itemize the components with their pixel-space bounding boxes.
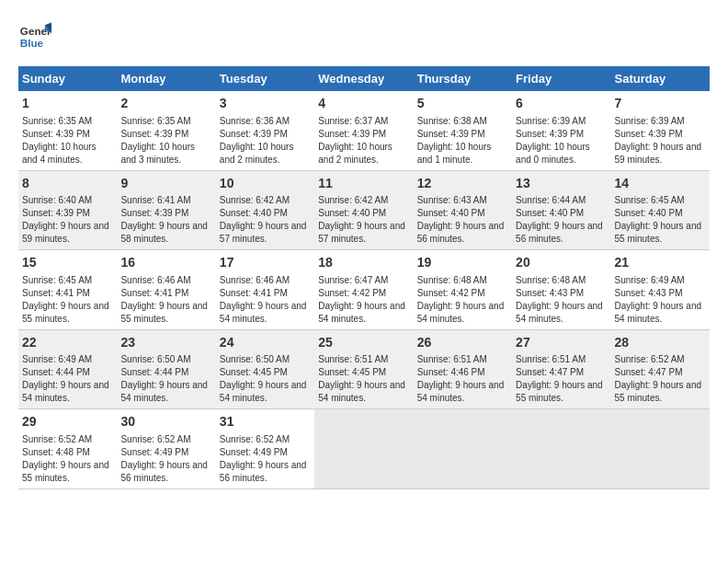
day-cell: 19Sunrise: 6:48 AMSunset: 4:42 PMDayligh… bbox=[414, 250, 512, 330]
day-cell: 9Sunrise: 6:41 AMSunset: 4:39 PMDaylight… bbox=[117, 170, 215, 250]
day-cell: 21Sunrise: 6:49 AMSunset: 4:43 PMDayligh… bbox=[611, 250, 710, 330]
day-info: Sunrise: 6:38 AMSunset: 4:39 PMDaylight:… bbox=[417, 115, 508, 167]
sunrise: Sunrise: 6:41 AM bbox=[120, 194, 211, 207]
day-info: Sunrise: 6:42 AMSunset: 4:40 PMDaylight:… bbox=[318, 194, 409, 246]
sunset: Sunset: 4:40 PM bbox=[615, 207, 706, 220]
sunrise: Sunrise: 6:46 AM bbox=[220, 274, 311, 287]
daylight: Daylight: 9 hours and 55 minutes. bbox=[22, 459, 113, 485]
sunset: Sunset: 4:40 PM bbox=[318, 207, 409, 220]
day-number: 18 bbox=[318, 254, 409, 272]
daylight: Daylight: 9 hours and 55 minutes. bbox=[22, 300, 113, 326]
logo: General Blue bbox=[18, 18, 51, 52]
daylight: Daylight: 10 hours and 4 minutes. bbox=[22, 141, 113, 167]
sunset: Sunset: 4:45 PM bbox=[220, 366, 311, 379]
sunrise: Sunrise: 6:36 AM bbox=[220, 115, 311, 128]
day-info: Sunrise: 6:45 AMSunset: 4:40 PMDaylight:… bbox=[615, 194, 706, 246]
sunset: Sunset: 4:40 PM bbox=[516, 207, 607, 220]
day-info: Sunrise: 6:37 AMSunset: 4:39 PMDaylight:… bbox=[318, 115, 409, 167]
day-number: 29 bbox=[22, 413, 113, 431]
day-cell: 14Sunrise: 6:45 AMSunset: 4:40 PMDayligh… bbox=[611, 170, 710, 250]
sunrise: Sunrise: 6:42 AM bbox=[318, 194, 409, 207]
week-row-5: 29Sunrise: 6:52 AMSunset: 4:48 PMDayligh… bbox=[18, 409, 710, 489]
sunrise: Sunrise: 6:44 AM bbox=[516, 194, 607, 207]
day-info: Sunrise: 6:50 AMSunset: 4:44 PMDaylight:… bbox=[120, 353, 211, 405]
day-number: 15 bbox=[22, 254, 113, 272]
daylight: Daylight: 9 hours and 56 minutes. bbox=[120, 459, 211, 485]
day-info: Sunrise: 6:52 AMSunset: 4:48 PMDaylight:… bbox=[22, 433, 113, 485]
sunset: Sunset: 4:42 PM bbox=[417, 287, 508, 300]
day-info: Sunrise: 6:39 AMSunset: 4:39 PMDaylight:… bbox=[516, 115, 607, 167]
daylight: Daylight: 9 hours and 58 minutes. bbox=[120, 220, 211, 246]
day-info: Sunrise: 6:35 AMSunset: 4:39 PMDaylight:… bbox=[120, 115, 211, 167]
header: General Blue bbox=[18, 18, 710, 52]
day-info: Sunrise: 6:46 AMSunset: 4:41 PMDaylight:… bbox=[220, 274, 311, 326]
day-info: Sunrise: 6:51 AMSunset: 4:45 PMDaylight:… bbox=[318, 353, 409, 405]
header-sunday: Sunday bbox=[18, 66, 117, 91]
day-info: Sunrise: 6:40 AMSunset: 4:39 PMDaylight:… bbox=[22, 194, 113, 246]
sunrise: Sunrise: 6:51 AM bbox=[318, 353, 409, 366]
day-cell bbox=[611, 409, 710, 489]
daylight: Daylight: 9 hours and 54 minutes. bbox=[120, 379, 211, 405]
sunset: Sunset: 4:49 PM bbox=[120, 446, 211, 459]
sunset: Sunset: 4:47 PM bbox=[516, 366, 607, 379]
day-cell: 12Sunrise: 6:43 AMSunset: 4:40 PMDayligh… bbox=[414, 170, 512, 250]
sunrise: Sunrise: 6:52 AM bbox=[22, 433, 113, 446]
daylight: Daylight: 9 hours and 54 minutes. bbox=[318, 379, 409, 405]
week-row-2: 8Sunrise: 6:40 AMSunset: 4:39 PMDaylight… bbox=[18, 170, 710, 250]
sunset: Sunset: 4:45 PM bbox=[318, 366, 409, 379]
day-info: Sunrise: 6:46 AMSunset: 4:41 PMDaylight:… bbox=[120, 274, 211, 326]
day-number: 11 bbox=[318, 175, 409, 193]
sunrise: Sunrise: 6:45 AM bbox=[22, 274, 113, 287]
daylight: Daylight: 9 hours and 56 minutes. bbox=[417, 220, 508, 246]
sunrise: Sunrise: 6:45 AM bbox=[615, 194, 706, 207]
sunrise: Sunrise: 6:50 AM bbox=[120, 353, 211, 366]
day-number: 1 bbox=[22, 95, 113, 113]
day-number: 19 bbox=[417, 254, 508, 272]
calendar-table: SundayMondayTuesdayWednesdayThursdayFrid… bbox=[18, 66, 710, 489]
day-cell: 25Sunrise: 6:51 AMSunset: 4:45 PMDayligh… bbox=[314, 329, 413, 409]
day-number: 8 bbox=[22, 175, 113, 193]
week-row-3: 15Sunrise: 6:45 AMSunset: 4:41 PMDayligh… bbox=[18, 250, 710, 330]
day-number: 17 bbox=[220, 254, 311, 272]
daylight: Daylight: 9 hours and 59 minutes. bbox=[615, 141, 706, 167]
svg-text:Blue: Blue bbox=[20, 37, 44, 49]
sunrise: Sunrise: 6:52 AM bbox=[220, 433, 311, 446]
daylight: Daylight: 9 hours and 56 minutes. bbox=[516, 220, 607, 246]
sunset: Sunset: 4:47 PM bbox=[615, 366, 706, 379]
daylight: Daylight: 10 hours and 2 minutes. bbox=[220, 141, 311, 167]
day-number: 27 bbox=[516, 334, 607, 352]
logo-icon: General Blue bbox=[18, 18, 51, 52]
day-number: 14 bbox=[615, 175, 706, 193]
day-number: 16 bbox=[120, 254, 211, 272]
sunrise: Sunrise: 6:51 AM bbox=[417, 353, 508, 366]
day-cell: 10Sunrise: 6:42 AMSunset: 4:40 PMDayligh… bbox=[216, 170, 314, 250]
sunrise: Sunrise: 6:40 AM bbox=[22, 194, 113, 207]
daylight: Daylight: 9 hours and 54 minutes. bbox=[220, 300, 311, 326]
header-wednesday: Wednesday bbox=[314, 66, 413, 91]
sunset: Sunset: 4:39 PM bbox=[417, 128, 508, 141]
day-cell: 26Sunrise: 6:51 AMSunset: 4:46 PMDayligh… bbox=[414, 329, 512, 409]
day-info: Sunrise: 6:50 AMSunset: 4:45 PMDaylight:… bbox=[220, 353, 311, 405]
sunset: Sunset: 4:43 PM bbox=[615, 287, 706, 300]
sunrise: Sunrise: 6:35 AM bbox=[120, 115, 211, 128]
day-cell: 5Sunrise: 6:38 AMSunset: 4:39 PMDaylight… bbox=[414, 91, 512, 170]
sunrise: Sunrise: 6:52 AM bbox=[615, 353, 706, 366]
day-info: Sunrise: 6:39 AMSunset: 4:39 PMDaylight:… bbox=[615, 115, 706, 167]
day-cell: 11Sunrise: 6:42 AMSunset: 4:40 PMDayligh… bbox=[314, 170, 413, 250]
sunset: Sunset: 4:44 PM bbox=[22, 366, 113, 379]
day-number: 7 bbox=[615, 95, 706, 113]
day-info: Sunrise: 6:51 AMSunset: 4:46 PMDaylight:… bbox=[417, 353, 508, 405]
day-cell bbox=[512, 409, 610, 489]
daylight: Daylight: 10 hours and 0 minutes. bbox=[516, 141, 607, 167]
sunset: Sunset: 4:41 PM bbox=[120, 287, 211, 300]
sunset: Sunset: 4:39 PM bbox=[120, 128, 211, 141]
sunset: Sunset: 4:39 PM bbox=[318, 128, 409, 141]
header-monday: Monday bbox=[117, 66, 215, 91]
day-number: 22 bbox=[22, 334, 113, 352]
header-thursday: Thursday bbox=[414, 66, 512, 91]
day-cell: 24Sunrise: 6:50 AMSunset: 4:45 PMDayligh… bbox=[216, 329, 314, 409]
daylight: Daylight: 9 hours and 54 minutes. bbox=[516, 300, 607, 326]
day-number: 10 bbox=[220, 175, 311, 193]
day-info: Sunrise: 6:35 AMSunset: 4:39 PMDaylight:… bbox=[22, 115, 113, 167]
day-cell: 7Sunrise: 6:39 AMSunset: 4:39 PMDaylight… bbox=[611, 91, 710, 170]
